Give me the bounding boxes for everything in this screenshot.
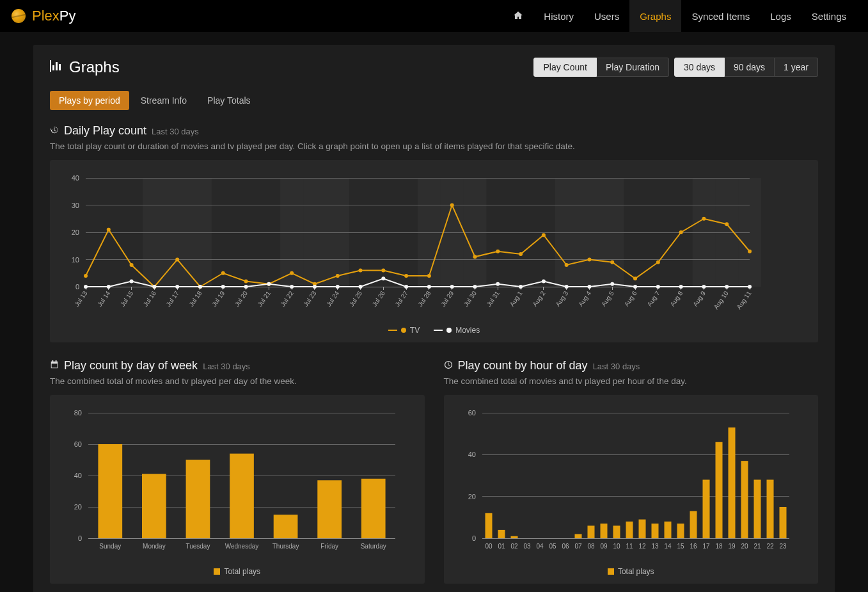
svg-point-136 [542,280,546,284]
svg-text:10: 10 [72,256,79,264]
dow-legend: Total plays [59,567,416,576]
svg-rect-203 [779,507,786,538]
svg-text:Aug 8: Aug 8 [668,289,684,307]
hod-chart[interactable]: 0204060000102030405060708091011121314151… [453,406,798,560]
calendar-icon [50,360,59,371]
legend-total[interactable]: Total plays [608,567,654,576]
svg-point-131 [427,285,431,289]
legend-tv[interactable]: TV [388,326,420,335]
svg-text:19: 19 [728,543,736,550]
svg-text:04: 04 [536,543,544,550]
daily-chart[interactable]: 010203040Jul 13Jul 14Jul 15Jul 16Jul 17J… [59,172,762,319]
range-30-button[interactable]: 30 days [674,58,725,77]
nav-home[interactable] [503,0,533,32]
svg-rect-182 [510,536,517,538]
tab-play-totals[interactable]: Play Totals [198,91,259,110]
section-desc: The total play count or duration of movi… [50,141,818,151]
svg-text:Aug 6: Aug 6 [623,289,638,307]
svg-text:Aug 2: Aug 2 [531,289,546,307]
play-count-button[interactable]: Play Count [533,58,596,77]
tab-plays-by-period[interactable]: Plays by period [50,91,129,110]
svg-text:Jul 23: Jul 23 [302,289,318,308]
svg-text:Aug 5: Aug 5 [600,289,615,307]
svg-rect-189 [600,524,607,538]
svg-text:01: 01 [498,543,505,550]
svg-text:11: 11 [626,543,633,550]
svg-text:Jul 29: Jul 29 [439,289,455,308]
svg-text:22: 22 [766,543,774,550]
svg-text:20: 20 [468,493,475,500]
svg-text:03: 03 [523,543,531,550]
svg-text:40: 40 [468,451,475,458]
svg-point-100 [404,274,408,278]
svg-point-143 [702,285,706,289]
history-icon [50,125,59,136]
nav-synced[interactable]: Synced Items [681,0,760,32]
svg-rect-157 [98,444,122,538]
nav-logs[interactable]: Logs [760,0,801,32]
nav-users[interactable]: Users [584,0,629,32]
hod-legend: Total plays [453,567,810,576]
svg-point-103 [473,255,477,259]
svg-point-104 [496,250,500,253]
legend-total[interactable]: Total plays [214,567,260,576]
svg-point-125 [290,285,294,289]
svg-text:Aug 11: Aug 11 [735,289,752,310]
svg-text:10: 10 [613,543,620,550]
svg-text:60: 60 [74,440,82,448]
svg-text:20: 20 [74,503,82,511]
svg-point-114 [725,222,729,226]
brand-text-right: Py [59,8,76,24]
svg-point-117 [107,285,111,289]
svg-text:Jul 31: Jul 31 [485,289,501,308]
svg-point-133 [473,285,477,289]
nav-settings[interactable]: Settings [801,0,856,32]
nav-graphs[interactable]: Graphs [629,0,681,32]
nav-label: Graphs [640,11,671,22]
svg-point-139 [610,282,614,286]
nav-history[interactable]: History [533,0,584,32]
svg-text:Jul 18: Jul 18 [187,289,203,308]
tab-stream-info[interactable]: Stream Info [132,91,196,110]
dow-chart[interactable]: 020406080SundayMondayTuesdayWednesdayThu… [59,406,404,560]
hod-chart-card: 0204060000102030405060708091011121314151… [444,395,819,584]
range-90-button[interactable]: 90 days [725,58,775,77]
svg-rect-163 [361,479,386,538]
svg-text:Jul 14: Jul 14 [96,289,112,308]
svg-text:Jul 22: Jul 22 [279,289,295,308]
legend-movies[interactable]: Movies [434,326,480,335]
svg-text:Friday: Friday [320,543,338,550]
brand[interactable]: PlexPy [12,8,75,24]
svg-text:80: 80 [74,409,82,417]
svg-text:Jul 28: Jul 28 [416,289,432,308]
section-title-text: Daily Play count [64,124,146,138]
nav-label: Users [594,11,619,22]
svg-text:05: 05 [549,543,556,550]
svg-point-140 [633,285,637,289]
svg-text:Aug 10: Aug 10 [713,289,730,310]
svg-point-88 [130,263,134,267]
logo-icon [12,9,26,23]
svg-text:Jul 13: Jul 13 [73,289,89,308]
svg-point-119 [152,285,156,289]
svg-point-115 [748,250,752,253]
svg-rect-196 [690,511,697,538]
svg-point-101 [427,274,431,278]
svg-text:23: 23 [779,543,787,550]
section-title-text: Play count by hour of day [458,359,588,372]
range-1y-button[interactable]: 1 year [775,58,818,77]
bar-chart-icon [50,60,63,75]
svg-text:17: 17 [702,543,710,550]
svg-rect-194 [664,522,671,538]
daily-legend: TV Movies [59,326,809,335]
svg-text:Jul 19: Jul 19 [210,289,226,308]
svg-text:07: 07 [574,543,582,550]
navbar: PlexPy History Users Graphs Synced Items… [0,0,868,32]
play-duration-button[interactable]: Play Duration [597,58,669,77]
svg-text:0: 0 [75,283,79,291]
svg-text:Jul 26: Jul 26 [371,289,387,308]
hod-section: Play count by hour of day Last 30 days T… [444,359,819,584]
svg-text:Aug 7: Aug 7 [645,289,661,307]
svg-rect-200 [741,461,748,538]
svg-point-87 [107,228,111,232]
